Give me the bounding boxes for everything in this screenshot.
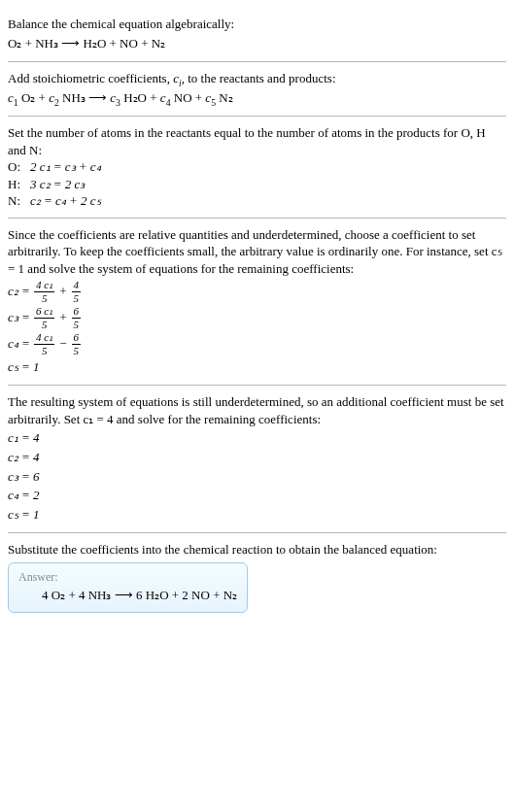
element-label: O: <box>8 158 30 176</box>
term: O₂ + <box>18 90 49 105</box>
numerator: 4 c₁ <box>34 280 54 292</box>
lhs: c₃ = <box>8 309 33 323</box>
fraction: 4 c₁5 <box>34 280 54 304</box>
denominator: 5 <box>34 319 54 330</box>
fraction: 65 <box>72 332 82 356</box>
lhs: c₂ = <box>8 283 33 297</box>
numerator: 6 <box>72 332 82 345</box>
equation: 2 c₁ = c₃ + c₄ <box>30 158 111 176</box>
op: − <box>55 335 70 350</box>
fraction: 4 c₁5 <box>34 332 54 356</box>
element-label: H: <box>8 176 30 193</box>
text-line: Balance the chemical equation algebraica… <box>8 16 506 33</box>
result-c3: c₃ = 6 <box>8 468 506 486</box>
denominator: 5 <box>72 345 82 356</box>
denominator: 5 <box>34 292 54 304</box>
lhs: c₄ = <box>8 335 33 350</box>
result-c1: c₁ = 4 <box>8 429 506 447</box>
eq-c5: c₅ = 1 <box>8 358 506 376</box>
section-atom-balance: Set the number of atoms in the reactants… <box>8 117 506 219</box>
eq-row-n: N: c₂ = c₄ + 2 c₅ <box>8 192 111 210</box>
term: H₂O + <box>120 90 160 105</box>
result-c2: c₂ = 4 <box>8 449 506 466</box>
section-solve-2: The resulting system of equations is sti… <box>8 386 506 533</box>
section-answer: Substitute the coefficients into the che… <box>8 533 506 620</box>
term: NH₃ ⟶ <box>59 90 111 105</box>
eq-c3: c₃ = 6 c₁5 + 65 <box>8 306 506 330</box>
term: NO + <box>171 90 206 105</box>
denominator: 5 <box>72 292 82 304</box>
eq-c4: c₄ = 4 c₁5 − 65 <box>8 332 506 356</box>
text-line: Since the coefficients are relative quan… <box>8 226 506 278</box>
text: Add stoichiometric coefficients, <box>8 71 173 85</box>
denominator: 5 <box>34 345 54 356</box>
section-problem: Balance the chemical equation algebraica… <box>8 8 506 62</box>
eq-row-o: O: 2 c₁ = c₃ + c₄ <box>8 158 111 176</box>
eq-row-h: H: 3 c₂ = 2 c₃ <box>8 176 111 193</box>
element-label: N: <box>8 192 30 210</box>
result-c4: c₄ = 2 <box>8 487 506 504</box>
equation: 3 c₂ = 2 c₃ <box>30 176 111 193</box>
fraction: 65 <box>72 306 82 330</box>
equation-unbalanced: O₂ + NH₃ ⟶ H₂O + NO + N₂ <box>8 35 506 52</box>
text-line: Substitute the coefficients into the che… <box>8 541 506 558</box>
balanced-equation: 4 O₂ + 4 NH₃ ⟶ 6 H₂O + 2 NO + N₂ <box>18 587 237 604</box>
op: + <box>55 283 70 297</box>
term: N₂ <box>216 90 233 105</box>
section-solve-1: Since the coefficients are relative quan… <box>8 219 506 386</box>
answer-box: Answer: 4 O₂ + 4 NH₃ ⟶ 6 H₂O + 2 NO + N₂ <box>8 562 248 613</box>
numerator: 6 <box>72 306 82 319</box>
equation-with-coeffs: c1 O₂ + c2 NH₃ ⟶ c3 H₂O + c4 NO + c5 N₂ <box>8 89 506 107</box>
text-line: The resulting system of equations is sti… <box>8 393 506 427</box>
atom-equations: O: 2 c₁ = c₃ + c₄ H: 3 c₂ = 2 c₃ N: c₂ =… <box>8 158 111 210</box>
fraction: 6 c₁5 <box>34 306 54 330</box>
fraction: 45 <box>72 280 82 304</box>
section-stoich: Add stoichiometric coefficients, ci, to … <box>8 62 506 117</box>
equation: c₂ = c₄ + 2 c₅ <box>30 192 111 210</box>
result-c5: c₅ = 1 <box>8 506 506 524</box>
text-line: Set the number of atoms in the reactants… <box>8 124 506 158</box>
denominator: 5 <box>72 319 82 330</box>
text: , to the reactants and products: <box>182 71 336 85</box>
numerator: 4 c₁ <box>34 332 54 345</box>
text-line: Add stoichiometric coefficients, ci, to … <box>8 70 506 87</box>
answer-label: Answer: <box>18 569 237 585</box>
op: + <box>55 309 70 323</box>
eq-c2: c₂ = 4 c₁5 + 45 <box>8 280 506 304</box>
numerator: 6 c₁ <box>34 306 54 319</box>
numerator: 4 <box>72 280 82 292</box>
